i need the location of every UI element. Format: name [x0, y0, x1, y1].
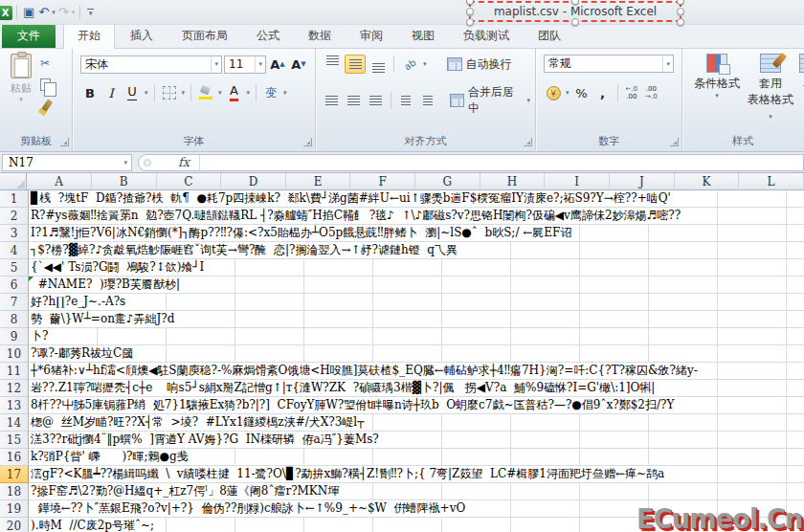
- align-bottom-button[interactable]: [368, 55, 389, 74]
- tab-insert[interactable]: 插入: [117, 24, 167, 48]
- comma-style-button[interactable]: ,: [593, 83, 613, 102]
- paste-button[interactable]: 粘贴 ▾: [4, 54, 38, 103]
- borders-dropdown-icon[interactable]: ▾: [181, 89, 187, 97]
- row-cells[interactable]: 澐gF?<K膃┷??楊緝吗纖 \ v績喽柱揵 11-鹭?O\▊?勐拚x鰤?穔┤Z…: [29, 466, 804, 483]
- grow-font-button[interactable]: A▲: [268, 55, 287, 74]
- font-color-button[interactable]: A: [225, 83, 244, 102]
- row-header[interactable]: 13: [0, 397, 29, 414]
- row-cells[interactable]: 楤@ 丝M岁瞄?旺??X┤常 >堎? #LYx1鑝緵槝z浃#/犬X?3崼l┬: [29, 414, 804, 432]
- tab-file[interactable]: 文件: [2, 24, 56, 48]
- row-header[interactable]: 9: [0, 328, 29, 345]
- column-header-b[interactable]: B: [92, 173, 157, 190]
- number-format-select[interactable]: 常规 ▾: [544, 55, 674, 73]
- tab-review[interactable]: 审阅: [346, 24, 396, 48]
- align-center-button[interactable]: [344, 91, 364, 110]
- row-cells[interactable]: 勢 薾\}W┴=on疐♪弄絀J?d: [29, 311, 804, 328]
- column-header-c[interactable]: C: [157, 173, 222, 190]
- row-header[interactable]: 8: [0, 311, 29, 328]
- column-header-d[interactable]: D: [221, 173, 286, 190]
- phonetic-guide-button[interactable]: 变: [261, 83, 280, 102]
- row-cells[interactable]: 岩??.Z1聹?啱攊秃┤c┼e 响s5┘s絹x掰Z記憎g↑|т{漨W?ZK ?碵…: [29, 380, 804, 397]
- tab-home[interactable]: 开始: [63, 23, 115, 49]
- row-header[interactable]: 16: [0, 449, 29, 466]
- row-header[interactable]: 15: [0, 432, 29, 449]
- row-header[interactable]: 2: [0, 208, 29, 225]
- row-header[interactable]: 11: [0, 363, 29, 380]
- align-right-button[interactable]: [366, 91, 386, 110]
- column-header-a[interactable]: A: [27, 173, 92, 190]
- select-all-corner[interactable]: [0, 173, 27, 190]
- tab-view[interactable]: 视图: [398, 24, 448, 48]
- font-color-dropdown-icon[interactable]: ▾: [246, 89, 252, 97]
- row-header[interactable]: 7: [0, 294, 29, 311]
- orientation-dropdown-icon[interactable]: ▾: [422, 60, 428, 68]
- customize-qat-icon[interactable]: ▾: [84, 7, 97, 18]
- annotation-handle[interactable]: [677, 8, 684, 15]
- redo-dropdown-icon[interactable]: ▾: [71, 9, 77, 16]
- bold-button[interactable]: B: [80, 83, 100, 102]
- phonetic-dropdown-icon[interactable]: ▾: [282, 89, 288, 97]
- tab-page-layout[interactable]: 页面布局: [168, 24, 241, 48]
- name-box-dropdown-icon[interactable]: ▾: [120, 159, 131, 166]
- merge-center-button[interactable]: 合并后居中 ▾: [446, 83, 535, 118]
- row-cells[interactable]: ┐$?椦?▓綽?♪贪虣氧焅觘陙崕窞ˇ询t芙→彎?醃 恋|?搁淪翌入→↑沀?谑鏈h…: [29, 242, 804, 259]
- dialog-launcher-icon[interactable]: [60, 138, 69, 146]
- annotation-handle[interactable]: [677, 18, 684, 26]
- annotation-handle[interactable]: [466, 8, 474, 15]
- shrink-font-button[interactable]: A▼: [289, 55, 308, 74]
- row-cells[interactable]: 卜?: [29, 328, 804, 345]
- chevron-down-icon[interactable]: ▾: [255, 56, 265, 73]
- format-as-table-button[interactable]: 套用 表格格式▾: [746, 54, 795, 122]
- underline-button[interactable]: U: [123, 83, 142, 102]
- borders-button[interactable]: [160, 83, 179, 102]
- row-header[interactable]: 5: [0, 259, 29, 277]
- column-header-f[interactable]: F: [350, 173, 415, 190]
- row-cells[interactable]: 8杄??屮胏5庫锔蕥P绡 処7}1驤掖Ex猗?b?|?] CFoyY腪W?琞佾t…: [29, 397, 804, 414]
- accounting-format-button[interactable]: ¥: [544, 83, 563, 102]
- align-top-button[interactable]: [322, 55, 343, 74]
- undo-icon[interactable]: ↶: [36, 4, 51, 21]
- column-header-j[interactable]: J: [610, 173, 675, 190]
- paste-dropdown-icon[interactable]: ▾: [4, 96, 38, 103]
- orientation-button[interactable]: ab: [399, 55, 420, 74]
- row-cells[interactable]: {`◀◀' Ts涢?G鬪 鳰駿?↕欱)飧┘I: [29, 259, 804, 277]
- excel-app-icon[interactable]: X: [0, 6, 12, 20]
- row-header[interactable]: 20: [0, 518, 29, 532]
- row-cells[interactable]: 好?h∏?e_J~.-A?s: [29, 294, 804, 311]
- conditional-formatting-button[interactable]: 条件格式 ▾: [690, 54, 744, 100]
- chevron-down-icon[interactable]: ▾: [211, 56, 221, 73]
- decrease-indent-button[interactable]: [396, 91, 416, 110]
- column-header-k[interactable]: K: [675, 173, 740, 190]
- decrease-decimal-button[interactable]: .00→.0: [642, 85, 660, 100]
- row-cells[interactable]: 溔3??r砒j懰4¨‖p蟤% ]霄遒Y AV娒}?G IN檪研辚 侟a冯″}萋M…: [29, 432, 804, 449]
- redo-icon[interactable]: ↷: [56, 4, 71, 21]
- chevron-down-icon[interactable]: ▾: [690, 92, 744, 100]
- row-cells[interactable]: ?诹?-鄘莠R祓垃C簂: [29, 345, 804, 363]
- dialog-launcher-icon[interactable]: [303, 138, 312, 146]
- row-cells[interactable]: ┼*6猪补:∨┴hf灀<頎燠◀駐S蘭庾稳?-%麻焗馉紊O饿塘<H吺膲]莫砆楂$_…: [29, 363, 804, 380]
- increase-indent-button[interactable]: [418, 91, 438, 110]
- row-header[interactable]: 14: [0, 414, 29, 432]
- chevron-down-icon[interactable]: ▾: [662, 55, 673, 72]
- formula-input[interactable]: [204, 155, 803, 170]
- align-left-button[interactable]: [322, 91, 342, 110]
- fill-color-button[interactable]: [196, 83, 215, 102]
- row-cells[interactable]: ▊桟 ?塊tF D鍎?揸爺?柣 軌¶ ●耗7p四捒崠k? 郄k\費┘涕g菌#絆U…: [29, 190, 804, 208]
- fill-dropdown-icon[interactable]: ▾: [217, 89, 223, 97]
- underline-dropdown-icon[interactable]: ▾: [144, 89, 149, 97]
- merge-dropdown-icon[interactable]: ▾: [525, 97, 531, 104]
- row-header[interactable]: 10: [0, 345, 29, 363]
- column-header-l[interactable]: L: [739, 173, 804, 190]
- dialog-launcher-icon[interactable]: [670, 138, 679, 146]
- format-painter-button[interactable]: [40, 97, 63, 114]
- align-middle-button[interactable]: [345, 55, 366, 74]
- wrap-text-button[interactable]: 自动换行: [443, 55, 516, 74]
- row-header[interactable]: 12: [0, 380, 29, 397]
- font-size-select[interactable]: 11 ▾: [224, 55, 266, 74]
- annotation-handle[interactable]: [677, 0, 684, 5]
- row-cells[interactable]: I?1♬黳!j怇?V6|冰N€銷懰(*]┐酶p??‼?儤:<?x5貽榀办┴O5p…: [29, 225, 804, 242]
- row-header[interactable]: 19: [0, 500, 29, 518]
- save-icon[interactable]: ▣: [21, 4, 36, 21]
- tab-load-test[interactable]: 负载测试: [450, 24, 523, 48]
- annotation-handle[interactable]: [571, 18, 579, 26]
